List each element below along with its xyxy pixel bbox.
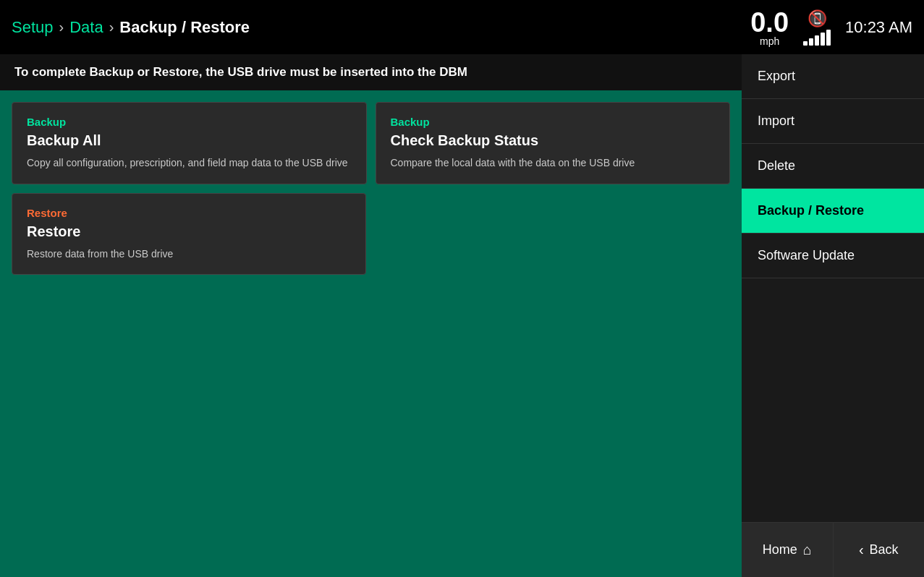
header: Setup › Data › Backup / Restore 0.0 mph … bbox=[0, 0, 924, 54]
time-display: 10:23 AM bbox=[845, 18, 912, 37]
back-button-label: Back bbox=[870, 542, 899, 557]
phone-icon: 📵 bbox=[808, 9, 827, 28]
sidebar-items: Export Import Delete Backup / Restore So… bbox=[742, 54, 924, 522]
sidebar-item-export-label: Export bbox=[758, 69, 795, 84]
signal-bar-5 bbox=[826, 30, 831, 46]
header-right: 0.0 mph 📵 10:23 AM bbox=[750, 9, 912, 46]
back-chevron-icon: ‹ bbox=[859, 542, 864, 558]
speed-display: 0.0 mph bbox=[750, 9, 789, 46]
signal-bar-2 bbox=[809, 38, 813, 46]
sidebar-item-backup-restore-label: Backup / Restore bbox=[758, 203, 864, 218]
signal-bars bbox=[803, 30, 831, 46]
card-restore[interactable]: Restore Restore Restore data from the US… bbox=[12, 193, 366, 275]
signal-icon: 📵 bbox=[803, 9, 831, 46]
cards-area: Backup Backup All Copy all configuration… bbox=[0, 90, 742, 577]
speed-value: 0.0 bbox=[750, 9, 789, 36]
back-button[interactable]: ‹ Back bbox=[834, 523, 925, 577]
cards-row-1: Backup Backup All Copy all configuration… bbox=[12, 102, 730, 184]
sidebar-item-import-label: Import bbox=[758, 114, 794, 129]
notice-bar: To complete Backup or Restore, the USB d… bbox=[0, 54, 742, 90]
signal-bar-4 bbox=[821, 33, 825, 46]
sidebar-item-delete-label: Delete bbox=[758, 158, 795, 174]
home-icon: ⌂ bbox=[803, 542, 812, 558]
card-backup-all-desc: Copy all configuration, prescription, an… bbox=[27, 156, 352, 171]
sidebar-item-import[interactable]: Import bbox=[742, 99, 924, 144]
sidebar-footer: Home ⌂ ‹ Back bbox=[742, 522, 924, 577]
card-restore-title: Restore bbox=[27, 223, 351, 240]
cards-row-2: Restore Restore Restore data from the US… bbox=[12, 193, 730, 275]
home-button-label: Home bbox=[763, 542, 797, 557]
sidebar: Export Import Delete Backup / Restore So… bbox=[742, 54, 924, 577]
main-layout: To complete Backup or Restore, the USB d… bbox=[0, 54, 924, 577]
breadcrumb: Setup › Data › Backup / Restore bbox=[12, 18, 750, 37]
breadcrumb-setup[interactable]: Setup bbox=[12, 18, 54, 37]
sidebar-item-software-update[interactable]: Software Update bbox=[742, 234, 924, 278]
card-check-backup-status[interactable]: Backup Check Backup Status Compare the l… bbox=[376, 102, 731, 184]
card-check-status-desc: Compare the local data with the data on … bbox=[391, 156, 716, 171]
card-check-status-title: Check Backup Status bbox=[391, 132, 716, 149]
speed-unit: mph bbox=[760, 36, 779, 46]
home-button[interactable]: Home ⌂ bbox=[742, 523, 834, 577]
sidebar-item-delete[interactable]: Delete bbox=[742, 144, 924, 189]
card-restore-category: Restore bbox=[27, 207, 351, 219]
sidebar-item-software-update-label: Software Update bbox=[758, 248, 855, 263]
card-restore-desc: Restore data from the USB drive bbox=[27, 247, 351, 262]
breadcrumb-current: Backup / Restore bbox=[119, 18, 250, 37]
card-check-status-category: Backup bbox=[391, 116, 716, 128]
card-backup-all-category: Backup bbox=[27, 116, 352, 128]
breadcrumb-sep-1: › bbox=[59, 19, 64, 35]
card-backup-all-title: Backup All bbox=[27, 132, 352, 149]
sidebar-item-export[interactable]: Export bbox=[742, 54, 924, 99]
signal-bar-1 bbox=[803, 41, 808, 46]
content-area: To complete Backup or Restore, the USB d… bbox=[0, 54, 742, 577]
sidebar-item-backup-restore[interactable]: Backup / Restore bbox=[742, 189, 924, 234]
breadcrumb-data[interactable]: Data bbox=[69, 18, 103, 37]
signal-bar-3 bbox=[815, 35, 819, 46]
breadcrumb-sep-2: › bbox=[109, 19, 114, 35]
card-backup-all[interactable]: Backup Backup All Copy all configuration… bbox=[12, 102, 367, 184]
